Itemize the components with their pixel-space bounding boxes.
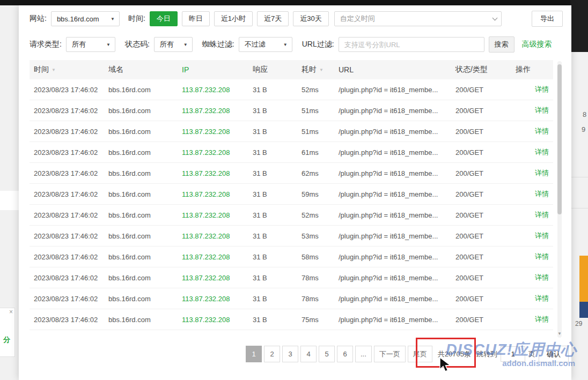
- cell-time: 2023/08/23 17:46:02: [30, 274, 107, 282]
- scrollbar-thumb[interactable]: [557, 64, 562, 214]
- detail-link[interactable]: 详情: [535, 148, 549, 156]
- cell-ip: 113.87.232.208: [181, 128, 252, 136]
- cell-url: /plugin.php?id = it618_membe...: [337, 169, 454, 177]
- request-type-label: 请求类型:: [30, 40, 62, 49]
- time-label: 时间:: [128, 14, 145, 24]
- cell-status: 200/GET: [454, 253, 514, 261]
- url-filter-label: URL过滤:: [302, 40, 334, 49]
- time-button-昨日[interactable]: 昨日: [182, 11, 210, 26]
- page-button-...[interactable]: ...: [355, 346, 372, 362]
- detail-link[interactable]: 详情: [535, 85, 549, 93]
- time-range-buttons: 今日昨日近1小时近7天近30天: [150, 11, 333, 26]
- page-button-3[interactable]: 3: [282, 346, 298, 362]
- site-select[interactable]: bbs.16rd.com ▼: [51, 11, 120, 26]
- cell-domain: bbs.16rd.com: [107, 107, 181, 115]
- chevron-down-icon: ▼: [283, 42, 288, 47]
- detail-link[interactable]: 详情: [535, 190, 549, 198]
- status-code-select[interactable]: 所有 ▼: [154, 37, 193, 52]
- column-header-duration[interactable]: 耗时▼: [300, 65, 337, 74]
- detail-link[interactable]: 详情: [535, 294, 549, 302]
- cell-status: 200/GET: [454, 169, 514, 177]
- table-row: 2023/08/23 17:46:02bbs.16rd.com113.87.23…: [30, 309, 553, 330]
- cell-action: 详情: [514, 85, 553, 94]
- cell-url: /plugin.php?id = it618_membe...: [337, 107, 454, 115]
- cell-domain: bbs.16rd.com: [107, 190, 181, 198]
- time-button-今日[interactable]: 今日: [150, 11, 178, 26]
- sort-icon[interactable]: ▼: [52, 68, 56, 72]
- detail-link[interactable]: 详情: [535, 315, 549, 323]
- request-type-select[interactable]: 所有 ▼: [66, 37, 115, 52]
- log-table: 时间▼域名IP响应耗时▼URL状态/类型操作 2023/08/23 17:46:…: [30, 60, 562, 330]
- column-header-time[interactable]: 时间▼: [30, 65, 107, 74]
- column-header-domain: 域名: [107, 65, 181, 74]
- cell-url: /plugin.php?id = it618_membe...: [337, 274, 454, 282]
- floating-badge[interactable]: × 分: [0, 308, 15, 357]
- pagination-pages: 123456...下一页尾页: [246, 346, 432, 362]
- detail-link[interactable]: 详情: [535, 127, 549, 135]
- table-row: 2023/08/23 17:46:02bbs.16rd.com113.87.23…: [30, 121, 553, 142]
- detail-link[interactable]: 详情: [535, 169, 549, 177]
- cell-duration: 61ms: [300, 148, 337, 157]
- cell-action: 详情: [514, 126, 553, 136]
- cell-status: 200/GET: [454, 274, 514, 282]
- page-button-下一页[interactable]: 下一页: [374, 346, 406, 362]
- cell-size: 31 B: [252, 190, 300, 198]
- detail-link[interactable]: 详情: [535, 273, 549, 281]
- page-button-5[interactable]: 5: [319, 346, 335, 362]
- time-button-近1小时[interactable]: 近1小时: [214, 11, 253, 26]
- page-button-2[interactable]: 2: [264, 346, 280, 362]
- cell-action: 详情: [514, 147, 553, 157]
- cell-size: 31 B: [252, 169, 300, 177]
- cell-url: /plugin.php?id = it618_membe...: [337, 253, 454, 261]
- custom-time-select[interactable]: 自定义时间: [334, 11, 502, 26]
- spider-filter-value: 不过滤: [245, 40, 266, 49]
- scrollbar-down-arrow-icon[interactable]: ▼: [557, 330, 562, 338]
- advanced-search-link[interactable]: 高级搜索: [522, 40, 552, 49]
- table-row: 2023/08/23 17:46:02bbs.16rd.com113.87.23…: [30, 163, 553, 184]
- search-button[interactable]: 搜索: [489, 36, 514, 53]
- background-chart-fragment: [579, 256, 588, 302]
- jump-page-input[interactable]: [501, 346, 525, 362]
- divider: [571, 177, 588, 177]
- cell-ip: 113.87.232.208: [181, 190, 252, 198]
- detail-link[interactable]: 详情: [535, 232, 549, 240]
- page-button-6[interactable]: 6: [337, 346, 353, 362]
- page-button-1[interactable]: 1: [246, 346, 262, 362]
- cell-status: 200/GET: [454, 211, 514, 219]
- url-filter-input[interactable]: [339, 37, 484, 52]
- cell-size: 31 B: [252, 274, 300, 282]
- cell-size: 31 B: [252, 253, 300, 261]
- close-icon[interactable]: ×: [9, 309, 13, 315]
- cell-duration: 78ms: [300, 274, 337, 282]
- cell-domain: bbs.16rd.com: [107, 295, 181, 303]
- time-button-近7天[interactable]: 近7天: [257, 11, 289, 26]
- cell-time: 2023/08/23 17:46:02: [30, 128, 107, 136]
- cell-size: 31 B: [252, 107, 300, 115]
- total-count: 共20705条: [438, 349, 471, 359]
- detail-link[interactable]: 详情: [535, 252, 549, 260]
- cell-time: 2023/08/23 17:46:02: [30, 86, 107, 94]
- cell-status: 200/GET: [454, 316, 514, 324]
- request-type-value: 所有: [72, 40, 86, 49]
- cell-ip: 113.87.232.208: [181, 86, 252, 94]
- detail-link[interactable]: 详情: [535, 106, 549, 114]
- page-button-4[interactable]: 4: [300, 346, 317, 362]
- detail-link[interactable]: 详情: [535, 211, 549, 219]
- cell-domain: bbs.16rd.com: [107, 86, 181, 94]
- table-scrollbar[interactable]: ▼: [557, 61, 562, 338]
- export-button[interactable]: 导出: [532, 11, 563, 27]
- sort-icon[interactable]: ▼: [319, 68, 324, 72]
- cell-time: 2023/08/23 17:46:02: [30, 148, 107, 157]
- page-unit-label: 页: [528, 349, 535, 359]
- time-button-近30天[interactable]: 近30天: [293, 11, 328, 26]
- spider-filter-select[interactable]: 不过滤 ▼: [239, 37, 292, 52]
- cell-ip: 113.87.232.208: [181, 169, 252, 177]
- table-row: 2023/08/23 17:46:02bbs.16rd.com113.87.23…: [30, 184, 553, 205]
- cell-duration: 59ms: [300, 190, 337, 198]
- log-dialog: 网站: bbs.16rd.com ▼ 时间: 今日昨日近1小时近7天近30天 自…: [19, 5, 571, 380]
- confirm-button[interactable]: 确认: [539, 346, 569, 362]
- cell-time: 2023/08/23 17:46:02: [30, 253, 107, 261]
- cell-time: 2023/08/23 17:46:02: [30, 107, 107, 115]
- column-header-size: 响应: [252, 65, 300, 74]
- page-button-尾页[interactable]: 尾页: [408, 346, 432, 362]
